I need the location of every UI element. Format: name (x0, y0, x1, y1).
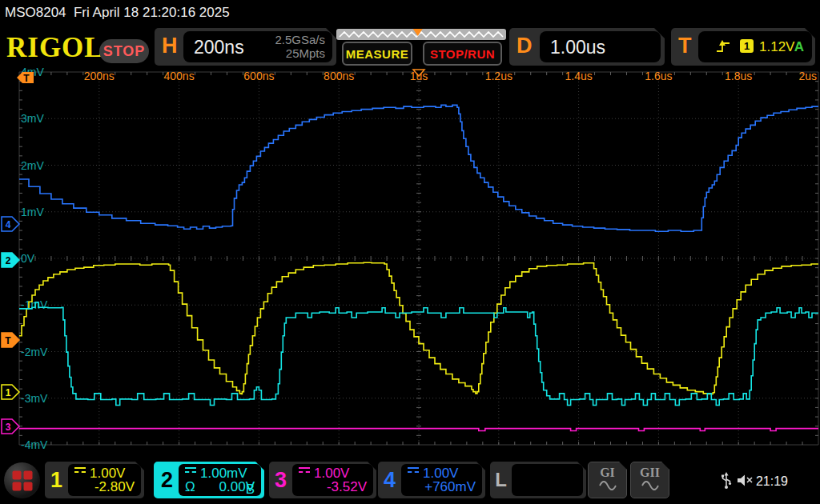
generator2-label: GII (631, 466, 669, 480)
channel2-position-flag[interactable]: 2 (2, 253, 19, 267)
time-axis-label: 200ns (84, 70, 115, 82)
time-axis-label: 2us (798, 70, 817, 82)
time-axis-label: 400ns (164, 70, 195, 82)
channel4-box[interactable]: 4 1.00V +760mV (378, 462, 485, 498)
channel3-position-flag[interactable]: 3 (2, 419, 19, 434)
channel1-number: 1 (45, 462, 68, 498)
volt-axis-label: 0V (21, 252, 35, 265)
time-axis-label: 800ns (324, 70, 354, 82)
sine-wave-icon (598, 480, 617, 491)
channel3-box[interactable]: 3 1.00V -3.52V (269, 462, 376, 498)
channel1-position-flag[interactable]: 1 (2, 385, 19, 399)
dc-coupling-icon (185, 467, 196, 476)
channel2-offset: 0.00V (219, 479, 255, 494)
speaker-muted-icon[interactable] (737, 474, 756, 487)
volt-axis-label: 3mV (21, 112, 44, 125)
time-axis-label: 1.2us (485, 70, 512, 82)
volt-axis-label: -1mV (21, 298, 48, 311)
svg-text:2: 2 (6, 255, 11, 266)
generator1-label: GI (589, 466, 626, 480)
generator2-button[interactable]: GII (630, 462, 669, 498)
channel2-number: 2 (155, 463, 179, 497)
svg-text:T: T (23, 73, 30, 84)
dc-coupling-icon (299, 467, 310, 476)
dc-coupling-icon (74, 467, 86, 476)
oscilloscope-screen: MSO8204 Fri April 18 21:20:16 2025 RIGOL… (0, 0, 820, 504)
time-axis-label: 1us (410, 70, 428, 82)
channel4-position-flag[interactable]: 4 (2, 217, 19, 231)
volt-axis-label: -4mV (21, 438, 48, 451)
waveform-display: 200ns400ns600ns800ns1us1.2us1.4us1.6us1.… (0, 0, 820, 504)
volt-axis-label: -2mV (21, 346, 48, 358)
volt-axis-label: -3mV (21, 392, 48, 405)
svg-text:1: 1 (6, 387, 11, 398)
logic-analyzer-label: L (490, 462, 512, 498)
svg-text:T: T (5, 335, 11, 346)
dc-coupling-icon (408, 467, 419, 476)
time-axis-label: 1.8us (725, 70, 752, 82)
time-axis-label: 600ns (243, 70, 274, 82)
usb-icon (721, 472, 732, 490)
time-axis-label: 1.4us (565, 70, 592, 82)
impedance-symbol: Ω (185, 479, 195, 495)
channel1-offset: -2.80V (94, 479, 135, 494)
channel4-number: 4 (378, 462, 401, 498)
logic-analyzer-box[interactable]: L 0 1 2 3 4 5 6 7 8 9 1011 12131415 (490, 462, 586, 498)
menu-grid-icon (12, 470, 32, 490)
channel2-box[interactable]: 2 1.00mVB Ω0.00V (154, 462, 264, 498)
svg-text:4: 4 (6, 219, 11, 230)
channel4-offset: +760mV (424, 479, 476, 494)
svg-text:3: 3 (6, 422, 11, 433)
clock: 21:19 (756, 474, 788, 489)
menu-button[interactable] (3, 462, 41, 499)
time-axis-label: 1.6us (645, 70, 672, 82)
volt-axis-label: 1mV (21, 206, 44, 218)
channel1-box[interactable]: 1 1.00V -2.80V (45, 462, 144, 498)
generator1-button[interactable]: GI (588, 462, 627, 498)
volt-axis-label: 2mV (21, 159, 44, 172)
sine-wave-icon (641, 480, 660, 491)
channel3-number: 3 (269, 462, 292, 498)
trigger-level-flag[interactable]: T (2, 333, 19, 347)
channel3-offset: -3.52V (327, 479, 367, 494)
